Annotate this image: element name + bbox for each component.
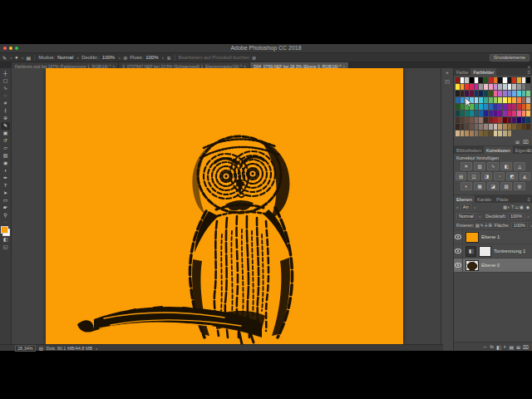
status-chevron-icon[interactable]: › <box>96 346 97 351</box>
color-swatch[interactable] <box>479 77 483 83</box>
layer-visibility-cell[interactable] <box>454 244 463 258</box>
color-swatch[interactable] <box>461 124 465 130</box>
color-swatch[interactable] <box>456 104 460 110</box>
color-swatch[interactable] <box>512 124 516 130</box>
layer-row[interactable]: Ebene 0 <box>454 259 532 273</box>
color-swatch[interactable] <box>526 124 530 130</box>
color-swatch[interactable] <box>522 84 526 90</box>
color-swatch[interactable] <box>512 84 516 90</box>
color-swatch[interactable] <box>494 97 498 103</box>
hue-saturation-icon[interactable]: ▤ <box>456 172 466 180</box>
link-layers-icon[interactable]: ⇔ <box>482 344 487 349</box>
color-swatch[interactable] <box>522 77 526 83</box>
color-swatch[interactable] <box>522 111 526 116</box>
color-swatch[interactable] <box>484 91 488 96</box>
color-swatch[interactable] <box>517 84 521 90</box>
pressure-size-icon[interactable]: ⊘ <box>252 55 256 61</box>
brush-tool[interactable]: ✎ <box>1 122 10 130</box>
color-swatch[interactable] <box>498 97 502 103</box>
color-swatch[interactable] <box>517 91 521 96</box>
healing-brush-tool[interactable]: ⊕ <box>1 115 10 122</box>
color-swatch[interactable] <box>456 91 460 96</box>
color-swatch[interactable] <box>503 111 507 116</box>
color-swatch[interactable] <box>465 111 469 116</box>
color-swatch[interactable] <box>475 77 479 83</box>
color-swatch[interactable] <box>503 124 507 130</box>
eye-icon[interactable] <box>455 263 461 268</box>
layers-tab[interactable]: Pfade <box>494 195 510 203</box>
layers-tab[interactable]: Kanäle <box>475 195 494 203</box>
swatches-tab[interactable]: Farbe <box>454 68 470 76</box>
color-swatch[interactable] <box>489 104 493 110</box>
color-swatch[interactable] <box>508 117 512 123</box>
eye-icon[interactable] <box>455 249 461 254</box>
layer-filter-kind-icon[interactable]: T <box>511 204 514 209</box>
eraser-tool[interactable]: ▱ <box>1 145 10 152</box>
color-swatch[interactable] <box>517 77 521 83</box>
color-swatch[interactable] <box>465 117 469 123</box>
flow-select[interactable]: 100% <box>145 55 158 60</box>
brightness-contrast-icon[interactable]: ☀ <box>461 162 472 170</box>
color-swatch[interactable] <box>503 104 507 110</box>
color-swatch[interactable] <box>470 111 474 116</box>
color-swatch[interactable] <box>522 124 526 130</box>
posterize-icon[interactable]: ▦ <box>474 182 485 190</box>
color-swatch[interactable] <box>456 97 460 103</box>
color-swatch[interactable] <box>489 117 493 123</box>
color-swatch[interactable] <box>461 117 465 123</box>
color-swatch[interactable] <box>475 104 479 110</box>
color-swatch[interactable] <box>479 124 483 130</box>
swatches-tab[interactable]: Farbfelder <box>470 68 496 76</box>
color-swatch[interactable] <box>512 117 516 123</box>
color-swatch[interactable] <box>456 77 460 83</box>
color-swatch[interactable] <box>456 117 460 123</box>
color-swatch[interactable] <box>512 77 516 83</box>
opacity-select[interactable]: 100% <box>102 55 115 60</box>
color-swatch[interactable] <box>526 84 530 90</box>
color-swatch[interactable] <box>498 111 502 116</box>
blend-mode-select[interactable]: Normal <box>456 213 476 220</box>
color-swatch[interactable] <box>503 91 507 96</box>
color-swatch[interactable] <box>470 84 474 90</box>
panel-menu-icon[interactable]: ≡ <box>527 146 530 154</box>
color-swatch[interactable] <box>508 77 512 83</box>
color-swatch[interactable] <box>484 97 488 103</box>
color-swatch[interactable] <box>517 111 521 116</box>
color-swatch[interactable] <box>484 131 488 136</box>
color-swatch[interactable] <box>484 124 488 130</box>
layer-row[interactable]: Ebene 1 <box>454 230 532 244</box>
color-swatch[interactable] <box>498 117 502 123</box>
blur-tool[interactable]: ◉ <box>1 160 10 167</box>
color-swatch[interactable] <box>503 131 507 136</box>
color-swatch[interactable] <box>494 77 498 83</box>
color-swatch[interactable] <box>508 104 512 110</box>
color-swatch[interactable] <box>526 104 530 110</box>
adjustments-tab[interactable]: Korrekturen <box>484 146 513 154</box>
expand-panels-icon[interactable]: « <box>446 70 448 75</box>
color-swatch[interactable] <box>526 97 530 103</box>
filter-toggle-icon[interactable]: ◉ <box>526 204 530 209</box>
color-swatch[interactable] <box>456 131 460 136</box>
new-group-icon[interactable]: ▤ <box>509 344 514 350</box>
color-swatch[interactable] <box>494 131 498 136</box>
color-swatch[interactable] <box>494 84 498 90</box>
gradient-tool[interactable]: ▧ <box>1 152 10 160</box>
color-swatch[interactable] <box>475 117 479 123</box>
color-swatch[interactable] <box>498 84 502 90</box>
color-swatch[interactable] <box>461 131 465 136</box>
lasso-tool[interactable]: ∿ <box>1 85 10 92</box>
color-swatch[interactable] <box>508 124 512 130</box>
color-swatch[interactable] <box>508 97 512 103</box>
color-swatch[interactable] <box>512 104 516 110</box>
photo-filter-icon[interactable]: ◔ <box>494 172 505 180</box>
lock-icon[interactable]: ⊞ <box>489 223 492 228</box>
color-swatch[interactable] <box>470 77 474 83</box>
color-swatch[interactable] <box>470 91 474 96</box>
color-swatch[interactable] <box>479 91 483 96</box>
color-swatch[interactable] <box>475 111 479 116</box>
color-swatch[interactable] <box>526 91 530 96</box>
color-swatch[interactable] <box>475 131 479 136</box>
invert-icon[interactable]: ◐ <box>461 182 472 190</box>
channel-mixer-icon[interactable]: ◩ <box>506 172 517 180</box>
edit-toolbar-icon[interactable]: ⋯ <box>3 219 7 224</box>
